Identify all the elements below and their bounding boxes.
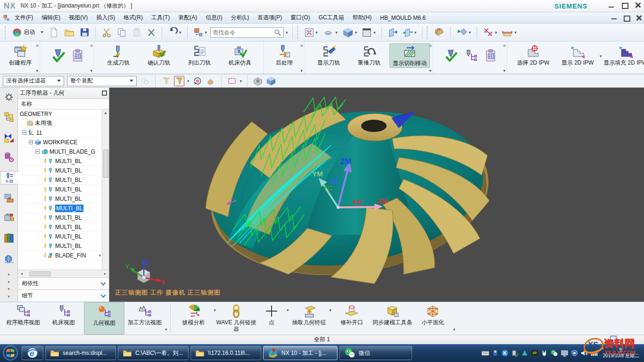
- edit-section-button[interactable]: ▾: [401, 26, 418, 39]
- start-menu-button[interactable]: 启动: [10, 26, 45, 39]
- shaded-cube-button[interactable]: [266, 76, 276, 86]
- tree-row-multi-bl[interactable]: !MULTI_BL: [18, 213, 102, 222]
- dependencies-section[interactable]: 相依性: [18, 277, 109, 289]
- undo-button[interactable]: ▾: [166, 26, 183, 38]
- tree-row-multi-blade-geom[interactable]: MULTI_BLADE_G: [18, 147, 102, 156]
- group-more-icon[interactable]: ▾: [36, 68, 38, 73]
- taskbar-folder-abc[interactable]: C:\ABC\一看。刘...: [118, 346, 189, 360]
- overflow-chevron-icon[interactable]: »: [36, 42, 39, 48]
- window-style-button[interactable]: ▾: [360, 26, 377, 39]
- dropdown-caret-icon[interactable]: ▾: [240, 79, 242, 83]
- tree-row-multi-bl-selected[interactable]: !MULTI_BL: [18, 204, 102, 213]
- machine-simulation-button[interactable]: 机床仿真: [220, 43, 260, 67]
- copy-button[interactable]: [115, 26, 128, 39]
- tray-a-icon[interactable]: [521, 349, 528, 357]
- search-icon[interactable]: [274, 29, 281, 36]
- camera-style-button[interactable]: [253, 76, 263, 86]
- show-cutting-moves-button[interactable]: 显示切削移动: [389, 43, 430, 68]
- group-more-icon[interactable]: ▾: [453, 327, 455, 335]
- assembly-navigator-button[interactable]: [1, 111, 17, 124]
- snap-enabled-button[interactable]: [174, 76, 184, 86]
- reuse-library-button[interactable]: [1, 231, 17, 245]
- ie-taskbar-button[interactable]: [22, 346, 43, 360]
- toolbar-drag-handle[interactable]: [297, 26, 299, 39]
- paste-button[interactable]: [130, 26, 143, 39]
- toolbar-drag-handle[interactable]: [5, 26, 7, 39]
- program-order-view-button[interactable]: 程序顺序视图: [3, 302, 43, 335]
- menu-view[interactable]: 视图(V): [65, 12, 92, 23]
- group-more-icon[interactable]: ▾: [90, 68, 92, 73]
- tree-row-mcs[interactable]: 11: [18, 128, 102, 138]
- menu-help[interactable]: 帮助(H): [348, 12, 376, 23]
- tree-row-multi-bl[interactable]: !MULTI_BL: [18, 232, 102, 241]
- machine-tool-view-button[interactable]: 机床视图: [43, 302, 84, 335]
- tree-row-multi-bl[interactable]: !MULTI_BL: [18, 175, 102, 185]
- menu-gc-toolbox[interactable]: GC工具箱: [314, 12, 348, 23]
- menu-preferences[interactable]: 首选项(P): [253, 12, 286, 23]
- create-program-button[interactable]: 创建程序: [4, 43, 37, 67]
- measure-button[interactable]: ▾: [500, 26, 518, 39]
- show-toolpath-button[interactable]: 显示刀轨: [308, 43, 349, 67]
- dropdown-caret-icon[interactable]: ▾: [187, 79, 190, 83]
- open-file-button[interactable]: [62, 26, 76, 39]
- fit-view-button[interactable]: ▾: [303, 26, 320, 39]
- save-button[interactable]: [78, 26, 91, 38]
- shaded-view-button[interactable]: ▾: [321, 26, 339, 39]
- graphics-viewport[interactable]: ZM ZC YM YC XC XM Z X Y 正三轴测图 工作 摄像机 正三轴…: [109, 88, 644, 302]
- orient-view-button[interactable]: ▾: [341, 26, 359, 39]
- menu-assemblies[interactable]: 装配(A): [174, 12, 201, 23]
- selection-filter-dropdown[interactable]: 没有选择过滤器: [3, 76, 64, 86]
- scroll-down-icon[interactable]: ▾: [8, 287, 10, 291]
- render-style-button[interactable]: ▾: [455, 26, 472, 39]
- tree-row-multi-bl[interactable]: !MULTI_BL: [18, 222, 102, 232]
- marquee-select-button[interactable]: [227, 76, 237, 86]
- hand-move-button[interactable]: [206, 76, 216, 86]
- overflow-chevron-icon[interactable]: »: [90, 42, 93, 48]
- ghost-assembly-button[interactable]: [140, 76, 150, 86]
- details-section[interactable]: 细节: [18, 289, 109, 302]
- start-orb-button[interactable]: [0, 345, 21, 362]
- scrollbar-thumb[interactable]: [103, 149, 108, 178]
- taskbar-nx-button[interactable]: NX 10 - 加工 - [j...: [263, 346, 338, 360]
- scroll-right-arrow[interactable]: ▸: [101, 271, 109, 277]
- verify-toolpath-button[interactable]: 确认刀轨: [139, 43, 179, 67]
- navigator-pin-icon[interactable]: [102, 90, 107, 96]
- tray-shield-icon[interactable]: [571, 349, 578, 357]
- post-process-button[interactable]: 后处理: [267, 43, 301, 67]
- tray-nvidia-icon[interactable]: [531, 349, 538, 357]
- scroll-left-arrow[interactable]: ◂: [18, 271, 25, 277]
- geometry-view-button[interactable]: 几何视图: [84, 302, 124, 335]
- scroll-up-arrow[interactable]: ▲: [102, 109, 109, 116]
- facet-body-button[interactable]: 小平面化: [413, 302, 453, 335]
- taskbar-folder-network[interactable]: \\172.16.0.118\...: [190, 346, 261, 360]
- tray-plug-icon[interactable]: [541, 349, 548, 357]
- new-file-button[interactable]: [47, 26, 60, 39]
- rotate-point-button[interactable]: [192, 76, 203, 86]
- overflow-chevron-icon[interactable]: »: [503, 42, 506, 48]
- web-browser-button[interactable]: [1, 251, 17, 265]
- tray-usb-icon[interactable]: [492, 349, 499, 357]
- part-navigator-button[interactable]: [1, 151, 17, 165]
- tree-row-unused[interactable]: 未用项: [18, 119, 102, 128]
- scrollbar-thumb[interactable]: [29, 272, 51, 276]
- tree-row-multi-bl[interactable]: !MULTI_BL: [18, 185, 102, 194]
- snap-point-button[interactable]: ▾: [481, 26, 499, 39]
- show-filled-2d-ipw-button[interactable]: 显示填充 2D IPW: [602, 43, 644, 67]
- toolbar-drag-handle[interactable]: [427, 26, 429, 39]
- cut-button[interactable]: [100, 26, 113, 39]
- mdi-close-icon[interactable]: [636, 15, 641, 20]
- roles-button[interactable]: [1, 90, 17, 104]
- navigator-column-header[interactable]: 名称: [18, 99, 109, 109]
- menu-window[interactable]: 窗口(O): [286, 12, 314, 23]
- dropdown-caret-icon[interactable]: ▾: [600, 54, 602, 58]
- tree-row-multi-bl[interactable]: !MULTI_BL: [18, 156, 102, 166]
- taskbar-folder-search[interactable]: search-ms:displ...: [45, 346, 116, 360]
- menu-format[interactable]: 格式(R): [119, 12, 147, 23]
- machining-method-view-button[interactable]: 加工方法视图: [124, 302, 165, 335]
- machine-tool-navigator-button[interactable]: [1, 191, 17, 205]
- group-more-icon[interactable]: ▾: [503, 68, 505, 73]
- mdi-restore-icon[interactable]: [623, 15, 629, 20]
- delete-button[interactable]: [145, 27, 157, 38]
- tree-row-multi-bl[interactable]: !MULTI_BL: [18, 194, 102, 204]
- close-icon[interactable]: [635, 2, 641, 8]
